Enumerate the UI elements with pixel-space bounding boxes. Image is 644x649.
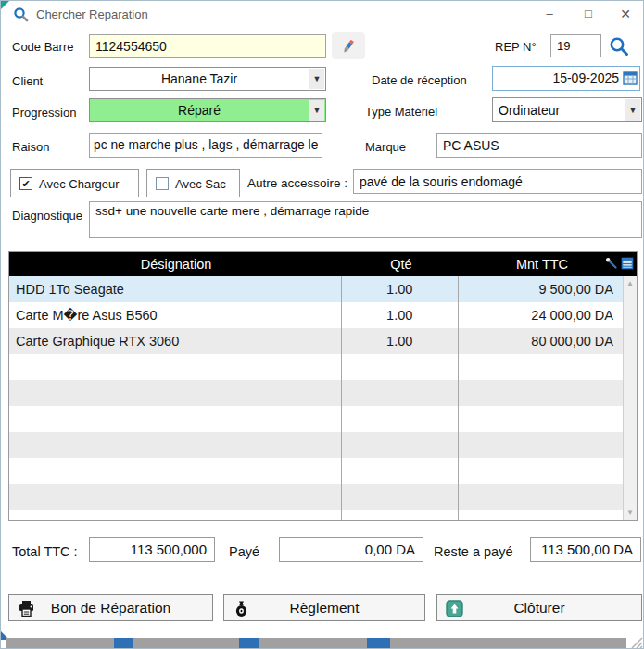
code-barre-input[interactable] (89, 34, 326, 58)
reste-a-paye-label: Reste a payé (434, 544, 512, 559)
taskbar-strip (6, 638, 628, 649)
scroll-up-icon[interactable]: ▲ (624, 277, 637, 290)
cloturer-button[interactable]: Clôturer (436, 594, 642, 621)
avec-sac-label: Avec Sac (175, 177, 226, 191)
cell-qte[interactable]: 1.00 (342, 276, 459, 302)
raison-input[interactable] (89, 133, 322, 158)
table-row-empty (9, 406, 623, 432)
cell-mnt (459, 510, 623, 521)
table-row-empty (9, 510, 623, 521)
marque-label: Marque (365, 140, 406, 154)
cell-mnt[interactable]: 24 000,00 DA (459, 302, 623, 328)
taskbar-segment (114, 638, 133, 649)
resize-grip[interactable] (626, 632, 643, 649)
col-designation-header[interactable]: Désignation (9, 252, 343, 276)
date-reception-label: Date de réception (372, 73, 467, 87)
minimize-button[interactable]: – (536, 1, 563, 27)
edit-pen-icon[interactable] (605, 257, 618, 270)
cell-mnt (459, 458, 623, 484)
cell-mnt (459, 406, 623, 432)
chevron-down-icon[interactable]: ▼ (309, 100, 324, 121)
type-materiel-select[interactable]: Ordinateur ▼ (492, 97, 642, 122)
chevron-down-icon[interactable]: ▼ (625, 99, 640, 121)
reste-a-paye-field: 113 500,00 DA (530, 537, 641, 562)
client-value: Hanane Tazir (90, 68, 309, 90)
table-row-empty (9, 432, 623, 458)
bon-de-reparation-label: Bon de Réparation (9, 595, 212, 620)
titlebar: Chercher Reparation – □ ✕ (1, 1, 643, 27)
col-qte-header[interactable]: Qté (343, 252, 460, 276)
type-materiel-label: Type Matériel (365, 105, 437, 119)
taskbar-segment (367, 638, 390, 649)
reglement-label: Règlement (224, 595, 424, 620)
chevron-down-icon[interactable]: ▼ (309, 69, 324, 89)
progression-select[interactable]: Réparé ▼ (89, 98, 326, 122)
bon-de-reparation-button[interactable]: Bon de Réparation (8, 594, 213, 621)
code-barre-label: Code Barre (12, 40, 73, 54)
resize-grip-icon (626, 632, 643, 649)
paye-label: Payé (229, 544, 259, 559)
maximize-button[interactable]: □ (575, 1, 602, 27)
table-row[interactable]: Carte M�re Asus B5601.0024 000,00 DA (9, 302, 623, 328)
col-mnt-ttc-header[interactable]: Mnt TTC (460, 252, 625, 276)
cell-designation[interactable]: HDD 1To Seagate (9, 276, 342, 302)
rep-number-label: REP N° (495, 40, 537, 54)
table-settings-icon[interactable] (621, 257, 634, 270)
avec-chargeur-label: Avec Chargeur (39, 177, 119, 191)
search-rep-button[interactable] (608, 33, 636, 58)
progression-value: Réparé (90, 99, 309, 121)
scroll-down-icon[interactable]: ▼ (624, 506, 637, 519)
marque-input[interactable] (436, 133, 642, 158)
client-label: Client (12, 74, 43, 88)
avec-chargeur-checkbox[interactable]: ✔ (19, 177, 32, 190)
raison-label: Raison (12, 140, 49, 154)
cell-mnt[interactable]: 80 000,00 DA (459, 328, 623, 354)
cell-mnt[interactable]: 9 500,00 DA (459, 276, 623, 302)
cloturer-label: Clôturer (437, 595, 641, 620)
avec-sac-group[interactable]: Avec Sac (146, 169, 240, 197)
cell-designation (9, 380, 342, 406)
date-reception-field[interactable]: 15-09-2025 (492, 66, 640, 91)
cell-mnt (459, 484, 623, 510)
autre-accessoire-label: Autre accessoire : (247, 176, 347, 190)
cell-mnt (459, 432, 623, 458)
calendar-icon[interactable] (623, 70, 638, 85)
edit-barcode-button[interactable] (332, 32, 365, 59)
total-ttc-field: 113 500,000 (89, 537, 215, 562)
cell-qte (342, 354, 459, 380)
cell-designation[interactable]: Carte M�re Asus B560 (9, 302, 342, 328)
type-materiel-value: Ordinateur (493, 98, 625, 121)
diagnostique-label: Diagnostique (12, 209, 82, 223)
cell-qte[interactable]: 1.00 (342, 328, 459, 354)
table-row-empty (9, 484, 623, 510)
window-title: Chercher Reparation (36, 7, 148, 21)
avec-sac-checkbox[interactable] (156, 177, 169, 190)
paye-field: 0,00 DA (279, 537, 423, 562)
total-ttc-label: Total TTC : (12, 544, 78, 559)
taskbar-segment (239, 638, 259, 649)
close-button[interactable]: ✕ (612, 1, 639, 27)
table-row[interactable]: Carte Graphique RTX 30601.0080 000,00 DA (9, 328, 623, 354)
avec-chargeur-group[interactable]: ✔ Avec Chargeur (10, 169, 139, 197)
cell-qte (342, 432, 459, 458)
table-row-empty (9, 380, 623, 406)
client-select[interactable]: Hanane Tazir ▼ (89, 67, 326, 91)
reglement-button[interactable]: Règlement (223, 594, 425, 621)
table-row-empty (9, 458, 623, 484)
cell-qte[interactable]: 1.00 (342, 302, 459, 328)
table-row-empty (9, 354, 623, 380)
rep-number-input[interactable] (550, 34, 601, 57)
progression-label: Progression (12, 106, 76, 120)
search-icon (13, 6, 29, 22)
autre-accessoire-input[interactable] (353, 169, 642, 194)
pen-icon (340, 38, 357, 55)
table-row[interactable]: HDD 1To Seagate1.009 500,00 DA (9, 276, 623, 302)
cell-qte (342, 484, 459, 510)
vertical-scrollbar[interactable]: ▲ ▼ (623, 276, 637, 520)
background-window-corner (1, 1, 9, 9)
items-table: Désignation Qté Mnt TTC HDD 1To Seagate1… (8, 251, 638, 521)
diagnostique-textarea[interactable]: ssd+ une nouvelle carte mere , démarrage… (89, 201, 642, 238)
cell-qte (342, 406, 459, 432)
cell-designation[interactable]: Carte Graphique RTX 3060 (9, 328, 342, 354)
cell-mnt (459, 380, 623, 406)
